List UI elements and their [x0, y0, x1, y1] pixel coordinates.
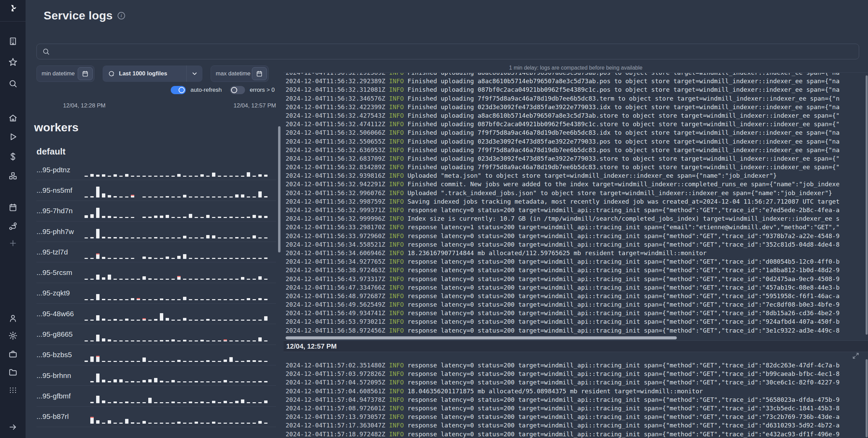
min-datetime-calendar-button[interactable]: [78, 67, 93, 80]
log-level: INFO: [389, 232, 407, 239]
worker-row[interactable]: ...95-7hd7n: [36, 201, 276, 221]
activity-bar: [108, 339, 111, 341]
log-viewer-top[interactable]: 2024-12-04T11:56:32.292389Z INFO Finishe…: [286, 73, 865, 336]
briefcase-icon[interactable]: [8, 349, 18, 359]
log-timestamp: 2024-12-04T11:56:32.998759Z: [286, 198, 389, 205]
activity-bar: [90, 320, 94, 321]
log-line: 2024-12-04T11:56:32.683709Z INFO Finishe…: [286, 154, 865, 163]
worker-row[interactable]: ...95-b87rl: [36, 407, 276, 427]
activity-bar: [218, 381, 221, 382]
activity-bar: [241, 320, 244, 321]
activity-bar: [166, 215, 169, 218]
log-timestamp: 2024-12-04T11:56:32.683709Z: [286, 155, 389, 162]
dollar-icon[interactable]: [8, 152, 18, 161]
activity-bar: [113, 379, 117, 382]
max-datetime-calendar-button[interactable]: [252, 67, 267, 80]
search-input[interactable]: [36, 44, 859, 59]
worker-row[interactable]: ...95-phh7w: [36, 221, 276, 242]
activity-bar: [85, 215, 88, 218]
plus-icon[interactable]: [8, 238, 18, 248]
grid-dots-icon[interactable]: [8, 385, 18, 395]
activity-bar: [96, 335, 100, 341]
activity-bar: [125, 340, 128, 341]
worker-row[interactable]: ...95-brhnn: [36, 365, 276, 386]
logfiles-dropdown[interactable]: Last 1000 logfiles: [103, 65, 202, 82]
worker-row[interactable]: ...95-ns5mf: [36, 180, 276, 201]
log-viewer-bottom[interactable]: 2024-12-04T11:57:02.351480Z INFO respons…: [286, 359, 865, 438]
schedules-calendar-icon[interactable]: [8, 203, 18, 212]
log-timestamp: 2024-12-04T11:56:32.427543Z: [286, 112, 389, 119]
log-message: response latency=0 status=200 target=win…: [408, 309, 840, 317]
info-icon[interactable]: i: [118, 12, 125, 19]
expand-sidebar-arrow-icon[interactable]: [8, 422, 18, 432]
star-icon[interactable]: [8, 57, 18, 67]
log-bottom-vertical-scrollbar[interactable]: [866, 359, 868, 437]
worker-row[interactable]: ...95-zqkt9: [36, 283, 276, 304]
auto-refresh-toggle[interactable]: [171, 86, 186, 94]
activity-bar: [253, 423, 256, 424]
log-timestamp: 2024-12-04T11:56:32.312081Z: [286, 86, 389, 93]
activity-bar: [224, 320, 227, 321]
activity-bar: [206, 258, 210, 259]
logfiles-dropdown-label: Last 1000 logfiles: [119, 70, 167, 77]
log-level: INFO: [389, 241, 407, 248]
min-datetime-input[interactable]: min datetime: [36, 65, 94, 82]
activity-bar: [258, 337, 262, 341]
worker-row[interactable]: ...95-tzl7d: [36, 242, 276, 262]
building-icon[interactable]: [8, 36, 18, 46]
log-message: Finished uploading a8ac8610b5714eb796507…: [408, 112, 840, 119]
log-message: response latency=0 status=200 target=win…: [408, 396, 840, 403]
errors-toggle[interactable]: [230, 86, 245, 94]
resources-boxes-icon[interactable]: [8, 171, 18, 181]
route-icon[interactable]: [8, 221, 18, 231]
worker-row[interactable]: ...95-5rcsm: [36, 262, 276, 283]
workers-scrollbar[interactable]: [278, 126, 280, 252]
home-icon[interactable]: [8, 113, 18, 123]
log-level: INFO: [389, 388, 407, 395]
worker-activity-chart: [85, 386, 276, 406]
max-datetime-input[interactable]: max datetime: [211, 65, 269, 82]
activity-bar: [258, 402, 262, 403]
activity-bar: [119, 237, 123, 238]
runs-play-icon[interactable]: [8, 132, 18, 142]
service-logs-page: Service logs i min datetime Last 1000 lo…: [0, 0, 868, 438]
log-level: INFO: [389, 362, 407, 369]
activity-bar: [218, 299, 221, 300]
activity-bar: [224, 258, 227, 259]
log-horizontal-scrollbar[interactable]: [286, 336, 677, 339]
activity-bar: [218, 402, 221, 403]
activity-bar: [131, 402, 134, 403]
folder-icon[interactable]: [8, 367, 18, 377]
activity-bar: [253, 402, 256, 403]
worker-row[interactable]: ...95-gfbmf: [36, 386, 276, 406]
activity-bar: [206, 340, 210, 341]
windmill-logo-icon[interactable]: [8, 3, 18, 13]
log-message: Finished uploading a8ac8610b5714eb796507…: [408, 73, 840, 76]
activity-bar: [189, 381, 192, 382]
worker-name: ...95-phh7w: [36, 221, 85, 242]
expand-icon[interactable]: [852, 352, 859, 359]
log-top-vertical-scrollbar[interactable]: [866, 75, 868, 335]
search-nav-icon[interactable]: [8, 79, 18, 88]
calendar-icon: [82, 70, 89, 77]
user-icon[interactable]: [8, 313, 18, 323]
worker-row[interactable]: ...95-g8665: [36, 324, 276, 345]
activity-bar: [183, 361, 186, 362]
log-line: 2024-12-04T11:56:32.506066Z INFO Finishe…: [286, 128, 865, 137]
activity-bar: [160, 176, 163, 177]
activity-bar: [171, 320, 175, 321]
gear-icon[interactable]: [8, 331, 18, 340]
worker-row[interactable]: ...95-bzbs5: [36, 345, 276, 365]
activity-bar: [96, 229, 100, 238]
worker-row[interactable]: ...95-48w66: [36, 304, 276, 324]
activity-bar: [224, 196, 227, 198]
activity-bar: [125, 258, 128, 259]
log-message: response latency=0 status=200 target=win…: [408, 292, 840, 300]
activity-bar: [200, 381, 204, 382]
dropdown-chevron-button[interactable]: [187, 70, 202, 77]
log-message: response latency=0 status=200 target=win…: [408, 301, 840, 308]
worker-row[interactable]: ...95-pdtnz: [36, 160, 276, 180]
activity-bar: [125, 217, 128, 218]
activity-bar: [258, 421, 262, 424]
activity-bar: [119, 361, 123, 362]
